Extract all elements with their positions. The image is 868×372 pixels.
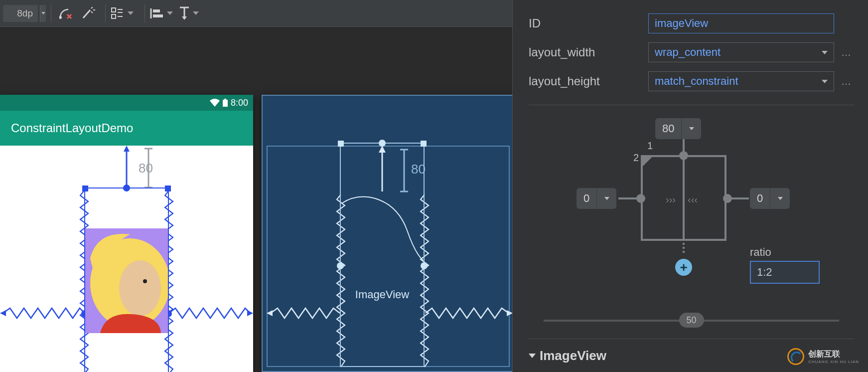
chevron-down-icon: [778, 197, 783, 200]
attr-input-id[interactable]: imageView: [648, 13, 834, 33]
attr-label-layout-width: layout_width: [529, 45, 648, 59]
clear-constraints-icon: [59, 7, 73, 19]
svg-rect-4: [153, 14, 163, 17]
margin-left-dropdown[interactable]: [596, 188, 616, 209]
layout-editor-canvas[interactable]: 8:00 ConstraintLayoutDemo: [0, 95, 512, 372]
svg-marker-10: [247, 310, 253, 316]
margin-right-pill[interactable]: 0: [750, 188, 790, 209]
toolbar-separator: [105, 4, 106, 22]
ratio-value: 1:2: [757, 266, 772, 279]
attr-row-id: ID imageView: [529, 9, 854, 38]
margin-right-dropdown[interactable]: [770, 188, 790, 209]
slider-thumb[interactable]: 50: [679, 313, 704, 328]
svg-rect-2: [112, 14, 116, 18]
app-title: ConstraintLayoutDemo: [11, 121, 133, 135]
resize-handle-nw[interactable]: [338, 141, 344, 147]
section-header-label: ImageView: [540, 348, 606, 364]
watermark-text-1: 创新互联: [808, 349, 859, 360]
resize-handle-ne[interactable]: [421, 141, 427, 147]
align-dropdown[interactable]: [150, 7, 173, 19]
constraint-handle-top[interactable]: [379, 140, 386, 147]
svg-point-13: [119, 260, 161, 316]
svg-marker-8: [124, 146, 130, 152]
constraint-handle-top[interactable]: [123, 185, 130, 191]
statusbar-time: 8:00: [231, 98, 248, 108]
battery-icon: [223, 99, 228, 107]
constraint-handle-left[interactable]: [337, 262, 344, 269]
svg-rect-3: [153, 9, 160, 12]
clear-constraints-button[interactable]: [56, 4, 76, 23]
chevron-down-icon: [128, 11, 134, 15]
ratio-input[interactable]: 1:2: [750, 261, 820, 284]
device-statusbar: 8:00: [0, 95, 253, 111]
align-left-icon: [150, 7, 164, 19]
design-body[interactable]: 80: [0, 146, 253, 372]
attr-value-layout-height: match_constraint: [655, 75, 738, 88]
watermark-logo-icon: [787, 348, 804, 365]
margin-right-value: 0: [750, 192, 770, 205]
attr-combo-layout-width[interactable]: wrap_content: [648, 42, 834, 62]
attributes-panel: ID imageView layout_width wrap_content ……: [512, 0, 868, 372]
magic-wand-icon: [81, 7, 95, 20]
blueprint-surface[interactable]: 80 ImageView: [262, 95, 515, 372]
margin-left-pill[interactable]: 0: [577, 188, 616, 209]
chevron-down-icon: [193, 11, 199, 15]
infer-constraints-button[interactable]: [78, 4, 98, 23]
triangle-down-icon: [529, 354, 536, 358]
default-margin-dropdown[interactable]: [40, 5, 46, 22]
constraint-widget: 80 1 2 ››› ‹‹‹ 0: [529, 115, 855, 305]
attr-combo-layout-height[interactable]: match_constraint: [648, 71, 834, 91]
svg-point-0: [59, 16, 62, 19]
svg-point-14: [143, 279, 147, 283]
attr-value-id: imageView: [655, 17, 708, 30]
attr-row-layout-width: layout_width wrap_content …: [529, 38, 854, 67]
chevron-down-icon: [604, 197, 609, 200]
plus-icon: +: [680, 260, 687, 275]
more-options-layout-width[interactable]: …: [839, 47, 854, 58]
guideline-icon: [179, 6, 190, 20]
resize-handle-nw[interactable]: [82, 186, 88, 191]
attrs-divider: [529, 339, 854, 339]
svg-marker-9: [0, 310, 6, 316]
attrs-divider: [529, 105, 854, 105]
toolbar-separator: [145, 4, 145, 22]
device-appbar: ConstraintLayoutDemo: [0, 111, 253, 146]
constraint-handle-right[interactable]: [421, 262, 428, 269]
margin-left-value: 0: [577, 192, 596, 205]
wifi-icon: [210, 99, 220, 107]
watermark-text-2: CHUANG XIN HU LIAN: [808, 360, 859, 364]
default-margin-input[interactable]: 8dp: [3, 5, 38, 22]
attr-label-layout-height: layout_height: [529, 74, 648, 88]
chevron-down-icon: [167, 11, 173, 15]
svg-rect-6: [224, 99, 226, 100]
design-toolbar: 8dp: [0, 0, 512, 27]
pack-icon: [111, 6, 125, 20]
selected-imageview[interactable]: [84, 187, 169, 372]
toolbar-separator: [51, 4, 51, 22]
add-bottom-constraint-button[interactable]: +: [675, 259, 692, 276]
avatar-illustration-icon: [85, 228, 168, 333]
default-margin-value: 8dp: [17, 8, 33, 19]
attr-label-id: ID: [529, 16, 648, 30]
ratio-label: ratio: [750, 246, 771, 259]
attr-value-layout-width: wrap_content: [655, 46, 721, 59]
watermark: 创新互联 CHUANG XIN HU LIAN: [787, 348, 859, 365]
more-options-layout-height[interactable]: …: [839, 76, 854, 87]
design-surface[interactable]: 8:00 ConstraintLayoutDemo: [0, 95, 253, 372]
chevron-down-icon: [822, 80, 828, 83]
svg-rect-5: [223, 100, 228, 107]
slider-value: 50: [686, 315, 696, 326]
resize-handle-ne[interactable]: [165, 186, 171, 191]
horizontal-bias-slider[interactable]: 50: [544, 315, 839, 327]
attr-row-layout-height: layout_height match_constraint …: [529, 67, 854, 96]
chevron-down-icon: [822, 51, 828, 54]
design-margin-top-label: 80: [139, 161, 153, 176]
guidelines-dropdown[interactable]: [179, 6, 199, 20]
pack-dropdown[interactable]: [111, 6, 134, 20]
blueprint-imageview[interactable]: ImageView: [340, 143, 425, 367]
svg-rect-1: [112, 8, 116, 12]
blueprint-element-label: ImageView: [355, 288, 409, 301]
imageview-content: [85, 228, 168, 333]
